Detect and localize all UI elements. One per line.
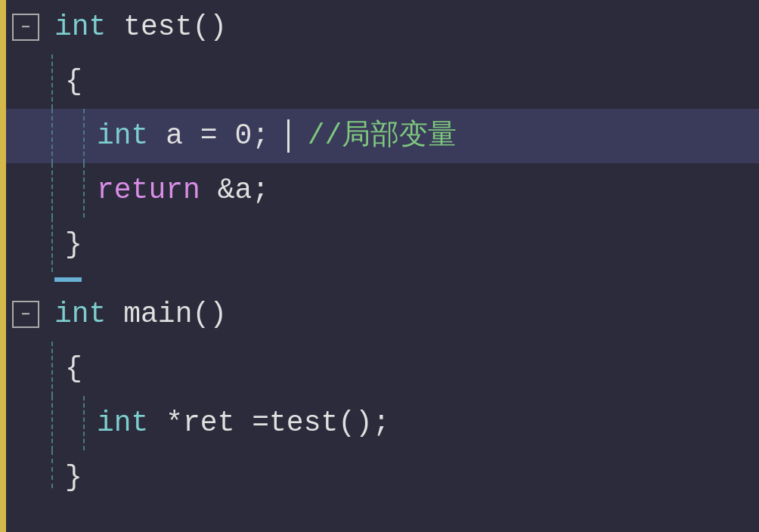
brace-open: { bbox=[65, 65, 82, 97]
code-area[interactable]: − int test() { int a = 0; //局部变量 bbox=[6, 0, 759, 532]
code-line-2: { bbox=[6, 54, 759, 109]
keyword-return: return bbox=[97, 174, 200, 206]
text-cursor bbox=[287, 119, 290, 153]
code-line-7: − int main() bbox=[6, 287, 759, 342]
code-line-4: return &a; bbox=[6, 163, 759, 218]
return-value: &a; bbox=[218, 174, 269, 206]
fold-button-1[interactable]: − bbox=[12, 14, 39, 41]
brace-close-main: } bbox=[65, 461, 82, 493]
line10-content: } bbox=[53, 450, 82, 505]
ret-variable: *ret =test(); bbox=[166, 407, 389, 439]
editor-gutter bbox=[0, 0, 6, 532]
keyword-int-2: int bbox=[97, 119, 148, 152]
line5-content: } bbox=[53, 218, 82, 272]
code-line-9: int *ret =test(); bbox=[6, 396, 759, 450]
code-line-8: { bbox=[6, 342, 759, 396]
brace-close-1: } bbox=[65, 228, 82, 261]
line8-content: { bbox=[53, 342, 82, 396]
line7-content: int main() bbox=[42, 287, 227, 342]
main-function-name: main() bbox=[123, 298, 227, 330]
code-line-1: − int test() bbox=[6, 0, 759, 54]
comment-text: //局部变量 bbox=[308, 119, 457, 152]
keyword-int-main: int bbox=[54, 298, 106, 330]
fold-button-2[interactable]: − bbox=[12, 301, 39, 328]
code-editor: − int test() { int a = 0; //局部变量 bbox=[0, 0, 759, 532]
keyword-int: int bbox=[54, 11, 106, 43]
line2-content: { bbox=[53, 54, 82, 109]
keyword-int-ret: int bbox=[97, 407, 148, 439]
code-line-3: int a = 0; //局部变量 bbox=[6, 109, 759, 163]
variable-a: a = 0; bbox=[166, 119, 269, 152]
line1-content: int test() bbox=[42, 0, 227, 54]
brace-open-main: { bbox=[65, 352, 82, 385]
blue-indicator-row bbox=[6, 272, 759, 287]
function-name: test() bbox=[123, 11, 227, 43]
line4-content: return &a; bbox=[85, 163, 269, 218]
line3-content: int a = 0; //局部变量 bbox=[85, 109, 457, 163]
code-line-5: } bbox=[6, 218, 759, 272]
line9-content: int *ret =test(); bbox=[85, 396, 390, 450]
blue-indicator bbox=[54, 277, 82, 282]
code-line-10: } bbox=[6, 450, 759, 505]
